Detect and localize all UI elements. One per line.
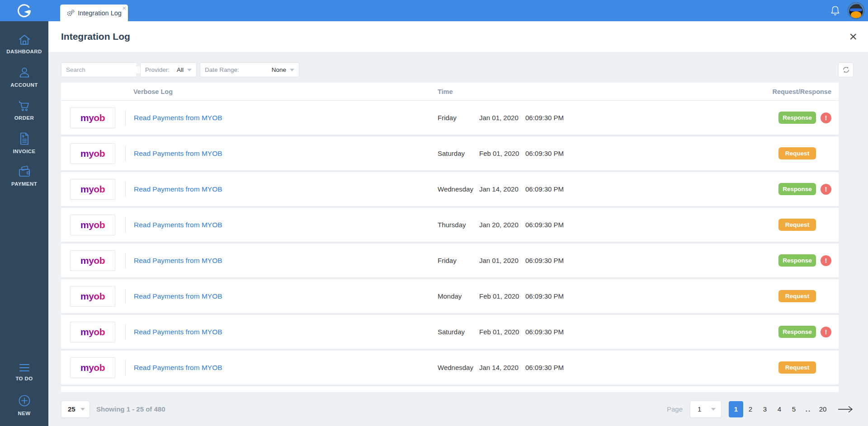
sidebar-item-label: TO DO bbox=[15, 376, 33, 381]
cart-icon bbox=[18, 99, 31, 112]
sidebar-item-invoice[interactable]: $ INVOICE bbox=[0, 126, 48, 159]
myob-logo: myob bbox=[80, 362, 105, 373]
person-icon bbox=[18, 66, 31, 79]
request-response-cell: Request ! bbox=[712, 290, 839, 302]
status-badge[interactable]: Request bbox=[778, 361, 816, 374]
row-left-cell: myob Read Payments from MYOB bbox=[61, 179, 438, 200]
verbose-log-link[interactable]: Read Payments from MYOB bbox=[134, 292, 222, 300]
verbose-log-cell: Read Payments from MYOB bbox=[125, 360, 222, 375]
request-response-cell: Response ! bbox=[712, 326, 839, 338]
row-left-cell: myob Read Payments from MYOB bbox=[61, 215, 438, 235]
verbose-log-link[interactable]: Read Payments from MYOB bbox=[134, 150, 222, 158]
date-range-dropdown[interactable]: Date Range: None bbox=[200, 62, 299, 77]
date-cell: Jan 01, 2020 bbox=[479, 114, 525, 122]
request-response-cell: Response ! bbox=[712, 112, 839, 124]
myob-logo: myob bbox=[80, 220, 105, 230]
sidebar: DASHBOARD ACCOUNT ORDER $ INVOICE PAY bbox=[0, 21, 48, 426]
page-button[interactable]: 3 bbox=[758, 401, 772, 417]
table-row: myob Read Payments from MYOB Friday Jan … bbox=[61, 101, 839, 136]
verbose-log-cell: Read Payments from MYOB bbox=[125, 182, 222, 197]
status-badge[interactable]: Request bbox=[778, 290, 816, 302]
close-icon[interactable]: × bbox=[849, 30, 857, 43]
page-number-value: 1 bbox=[698, 405, 701, 413]
verbose-log-link[interactable]: Read Payments from MYOB bbox=[134, 221, 222, 229]
column-header-verbose-log: Verbose Log bbox=[61, 88, 438, 95]
table-row: myob Read Payments from MYOB Monday Feb … bbox=[61, 279, 839, 315]
arrow-right-icon bbox=[837, 405, 854, 413]
wallet-icon bbox=[18, 165, 31, 178]
status-badge[interactable]: Response bbox=[778, 183, 816, 195]
verbose-log-link[interactable]: Read Payments from MYOB bbox=[134, 257, 222, 265]
date-cell: Jan 01, 2020 bbox=[479, 257, 525, 264]
app-logo[interactable] bbox=[0, 0, 48, 21]
row-left-cell: myob Read Payments from MYOB bbox=[61, 322, 438, 342]
sidebar-item-account[interactable]: ACCOUNT bbox=[0, 61, 48, 94]
request-response-cell: Response ! bbox=[712, 183, 839, 195]
request-response-cell: Request ! bbox=[712, 147, 839, 159]
sidebar-item-dashboard[interactable]: DASHBOARD bbox=[0, 28, 48, 61]
sidebar-item-order[interactable]: ORDER bbox=[0, 94, 48, 126]
svg-text:$: $ bbox=[22, 134, 24, 138]
main-panel: Integration Log × Provider: All Date Ran… bbox=[48, 21, 868, 426]
status-badge[interactable]: Request bbox=[778, 147, 816, 159]
verbose-log-link[interactable]: Read Payments from MYOB bbox=[134, 328, 222, 336]
time-cell: 06:09:30 PM bbox=[525, 257, 712, 264]
page-button[interactable]: 4 bbox=[772, 401, 787, 417]
sidebar-item-todo[interactable]: TO DO bbox=[0, 356, 48, 389]
chevron-down-icon bbox=[80, 408, 85, 411]
page-number-dropdown[interactable]: 1 bbox=[690, 401, 722, 418]
verbose-log-cell: Read Payments from MYOB bbox=[125, 324, 222, 340]
date-cell: Jan 14, 2020 bbox=[479, 185, 525, 193]
verbose-log-link[interactable]: Read Payments from MYOB bbox=[134, 185, 222, 193]
search-input[interactable] bbox=[66, 66, 146, 73]
provider-value: All bbox=[177, 66, 184, 73]
request-response-cell: Request ! bbox=[712, 361, 839, 374]
day-cell: Wednesday bbox=[438, 364, 479, 371]
day-cell: Saturday bbox=[438, 150, 479, 157]
tab-close-icon[interactable]: × bbox=[122, 5, 126, 11]
avatar[interactable] bbox=[848, 2, 864, 19]
time-cell: 06:09:30 PM bbox=[525, 221, 712, 229]
date-cell: Jan 20, 2020 bbox=[479, 221, 525, 229]
page-button[interactable]: .. bbox=[801, 401, 816, 417]
error-icon[interactable]: ! bbox=[821, 255, 831, 266]
status-badge[interactable]: Request bbox=[778, 219, 816, 231]
table-row: myob Read Payments from MYOB Wednesday J… bbox=[61, 351, 839, 386]
myob-logo: myob bbox=[80, 184, 105, 195]
status-badge[interactable]: Response bbox=[778, 112, 816, 124]
next-page-arrow[interactable] bbox=[837, 405, 854, 413]
page-button[interactable]: 2 bbox=[743, 401, 758, 417]
day-cell: Friday bbox=[438, 114, 479, 122]
verbose-log-cell: Read Payments from MYOB bbox=[125, 110, 222, 126]
refresh-button[interactable] bbox=[838, 62, 854, 77]
bell-icon[interactable] bbox=[830, 5, 840, 16]
error-icon[interactable]: ! bbox=[821, 327, 831, 337]
verbose-log-link[interactable]: Read Payments from MYOB bbox=[134, 114, 222, 122]
log-table: Verbose Log Time Request/Response myob R… bbox=[61, 83, 839, 392]
sidebar-item-payment[interactable]: PAYMENT bbox=[0, 159, 48, 192]
verbose-log-link[interactable]: Read Payments from MYOB bbox=[134, 364, 222, 372]
page-size-dropdown[interactable]: 25 bbox=[61, 401, 90, 418]
error-icon[interactable]: ! bbox=[821, 112, 831, 123]
tab-integration-log[interactable]: Integration Log × bbox=[60, 5, 128, 21]
myob-logo: myob bbox=[80, 327, 105, 337]
chevron-down-icon bbox=[711, 408, 716, 411]
time-cell: 06:09:30 PM bbox=[525, 292, 712, 300]
plus-circle-icon bbox=[18, 394, 31, 407]
page-button[interactable]: 20 bbox=[816, 401, 830, 417]
page-button[interactable]: 5 bbox=[787, 401, 801, 417]
request-response-cell: Response ! bbox=[712, 254, 839, 267]
table-row: myob Read Payments from MYOB Friday Jan … bbox=[61, 243, 839, 279]
provider-dropdown[interactable]: Provider: All bbox=[140, 62, 197, 77]
table-body: myob Read Payments from MYOB Friday Jan … bbox=[61, 101, 839, 386]
page-button[interactable]: 1 bbox=[729, 401, 743, 417]
error-icon[interactable]: ! bbox=[821, 184, 831, 195]
status-badge[interactable]: Response bbox=[778, 326, 816, 338]
date-range-label: Date Range: bbox=[205, 66, 239, 73]
provider-logo: myob bbox=[70, 179, 115, 200]
verbose-log-cell: Read Payments from MYOB bbox=[125, 146, 222, 161]
status-badge[interactable]: Response bbox=[778, 254, 816, 267]
sidebar-item-new[interactable]: NEW bbox=[0, 389, 48, 421]
date-cell: Feb 01, 2020 bbox=[479, 150, 525, 157]
table-row: myob Read Payments from MYOB Thursday Ja… bbox=[61, 208, 839, 243]
